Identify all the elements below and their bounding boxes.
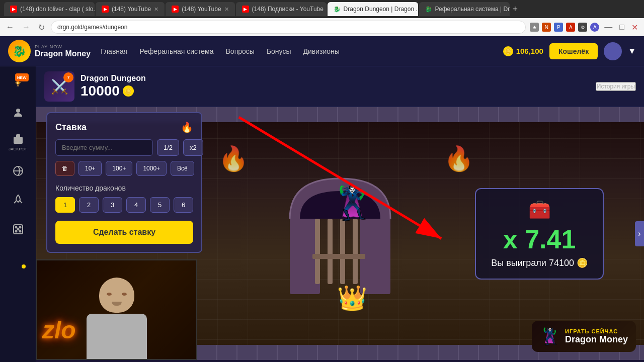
sidebar-notification (6, 246, 31, 272)
bet-title: Ставка (55, 122, 87, 133)
maximize-button[interactable]: □ (617, 22, 626, 33)
game-score-row: 10000 🪙 (80, 83, 146, 99)
bet-controls-row: 🗑 10+ 100+ 1000+ Всё (55, 161, 193, 176)
tab-2-favicon: ▶ (102, 6, 109, 13)
bet-all-button[interactable]: Всё (171, 161, 194, 176)
sidebar-item-user[interactable] (6, 101, 31, 126)
dragon-btn-4[interactable]: 4 (126, 197, 146, 213)
bet-add10-button[interactable]: 10+ (78, 161, 102, 176)
bet-input-field[interactable] (55, 139, 153, 156)
browser-tabs-bar: ▶ (148) don toliver - clap ( slo... ✕ ▶ … (0, 0, 644, 18)
site-header: 🐉 PLAY NOW Dragon Money Главная Рефераль… (0, 36, 644, 66)
dragon-btn-3[interactable]: 3 (103, 197, 122, 213)
bet-delete-button[interactable]: 🗑 (55, 161, 74, 176)
bet-panel: Ставка 🔥 1/2 x2 🗑 10+ 100+ 1000+ Всё Кол… (46, 112, 202, 253)
history-button[interactable]: История игры (596, 82, 636, 91)
nav-home[interactable]: Главная (101, 47, 127, 55)
bet-add1000-button[interactable]: 1000+ (136, 161, 167, 176)
bet-add100-button[interactable]: 100+ (106, 161, 132, 176)
win-amount-row: Вы выиграли 74100 🪙 (491, 257, 588, 268)
game-score-value: 10000 (80, 83, 120, 99)
tab-6-label: Реферальная система | Dra... (435, 6, 510, 13)
dragon-btn-5[interactable]: 5 (150, 197, 170, 213)
dragon-btn-1[interactable]: 1 (55, 197, 75, 213)
svg-rect-15 (312, 254, 365, 259)
minimize-button[interactable]: — (602, 22, 614, 33)
webcam-person (71, 268, 162, 359)
globe-icon (12, 165, 24, 177)
game-info: Dragon Dungeon 10000 🪙 (80, 74, 146, 99)
forward-button[interactable]: → (20, 22, 32, 33)
logo-text: PLAY NOW Dragon Money (35, 44, 91, 58)
user-icon (12, 107, 24, 119)
tab-3-close[interactable]: ✕ (224, 6, 229, 13)
fire-right: 🔥 (444, 145, 474, 173)
promo-play-label: ИГРАТЬ СЕЙЧАС (565, 328, 628, 334)
score-coin-icon: 🪙 (123, 85, 134, 97)
win-coin-icon: 🪙 (577, 258, 588, 268)
dragon-btn-6[interactable]: 6 (174, 197, 193, 213)
close-button[interactable]: ✕ (629, 22, 640, 33)
tab-1[interactable]: ▶ (148) don toliver - clap ( slo... ✕ (4, 2, 95, 16)
game-badge: 7 (63, 72, 73, 82)
ext-icon-1: ★ (530, 23, 539, 32)
back-button[interactable]: ← (4, 22, 16, 33)
address-bar[interactable] (51, 21, 526, 34)
chevron-right-btn[interactable]: › (635, 221, 644, 246)
game-character: 🦹‍♂️ (332, 185, 372, 222)
tab-3-favicon: ▶ (172, 6, 179, 13)
tab-2-label: (148) YouTube (112, 6, 151, 13)
neon-text: zlo (42, 316, 76, 344)
sidebar-item-globe[interactable] (6, 159, 31, 184)
svg-point-6 (19, 231, 21, 232)
tab-2[interactable]: ▶ (148) YouTube ✕ (96, 2, 165, 16)
win-amount-number: 74100 (549, 258, 574, 268)
brand-name: Dragon Money (35, 49, 91, 58)
tab-5-active[interactable]: 🐉 Dragon Dungeon | Dragon ... ✕ (328, 2, 418, 16)
dragon-count-buttons: 1 2 3 4 5 6 (55, 197, 193, 213)
nav-bonuses[interactable]: Бонусы (267, 47, 291, 55)
sidebar-item-rocket[interactable] (6, 188, 31, 213)
avatar-chevron[interactable]: ▼ (628, 47, 636, 56)
tab-4-label: (148) Подписки - YouTube (252, 6, 324, 13)
nav-menu: Главная Реферальная система Вопросы Бону… (101, 47, 493, 55)
tab-4[interactable]: ▶ (148) Подписки - YouTube ✕ (236, 2, 327, 16)
svg-rect-14 (353, 219, 358, 284)
win-chest-icon: 🧰 (491, 199, 588, 220)
win-text: Вы выиграли (491, 258, 546, 268)
user-avatar[interactable] (604, 42, 622, 60)
wallet-button[interactable]: Кошелёк (549, 43, 598, 59)
tab-5-label: Dragon Dungeon | Dragon ... (344, 6, 418, 13)
reload-button[interactable]: ↻ (36, 22, 47, 33)
tab-3[interactable]: ▶ (148) YouTube ✕ (166, 2, 234, 16)
bet-x2-button[interactable]: x2 (183, 139, 203, 156)
svg-rect-13 (340, 219, 345, 284)
sidebar-item-dice[interactable] (6, 217, 31, 242)
dragon-btn-2[interactable]: 2 (79, 197, 99, 213)
promo-banner: 🦹 ИГРАТЬ СЕЙЧАС Dragon Money (532, 321, 636, 352)
place-bet-button[interactable]: Сделать ставку (55, 221, 193, 244)
svg-rect-12 (328, 219, 333, 284)
nav-divisions[interactable]: Дивизионы (303, 47, 340, 55)
promo-text: ИГРАТЬ СЕЙЧАС Dragon Money (565, 328, 628, 345)
dice-icon (12, 223, 24, 235)
rocket-icon (12, 194, 24, 206)
svg-rect-11 (315, 219, 320, 284)
game-header: ⚔️ 7 Dragon Dungeon 10000 🪙 История игры (36, 66, 644, 107)
bet-half-button[interactable]: 1/2 (157, 139, 179, 156)
sidebar-item-jackpot[interactable]: JACKPOT (6, 130, 31, 155)
tab-6[interactable]: 🐉 Реферальная система | Dra... ✕ (419, 2, 510, 16)
game-canvas: 🔥 🔥 🦹‍♂️ 👑 🦷 🧰 x 7.41 Вы выиграли 74100 … (36, 107, 644, 360)
tab-6-favicon: 🐉 (425, 6, 432, 13)
main-layout: 🏆 NEW JACKPOT (0, 66, 644, 362)
new-tab-button[interactable]: + (513, 4, 518, 15)
sidebar-item-trophy[interactable]: 🏆 NEW (6, 71, 31, 97)
svg-point-0 (16, 109, 20, 113)
tab-2-close[interactable]: ✕ (154, 6, 158, 13)
user-profile-icon[interactable]: A (590, 23, 599, 32)
fire-icon: 🔥 (181, 121, 193, 133)
nav-questions[interactable]: Вопросы (226, 47, 255, 55)
game-title-area: ⚔️ 7 Dragon Dungeon 10000 🪙 (44, 71, 146, 102)
trophy-icon: 🏆 (15, 81, 21, 86)
nav-referral[interactable]: Реферальная система (139, 47, 213, 55)
